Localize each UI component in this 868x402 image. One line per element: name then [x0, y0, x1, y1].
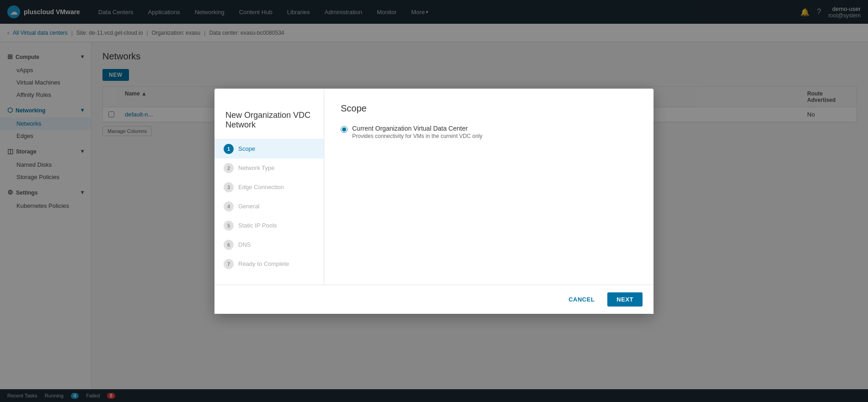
modal-footer: CANCEL NEXT	[214, 285, 654, 314]
scope-radio-current-vdc[interactable]	[341, 126, 348, 133]
step-label-7: Ready to Complete	[238, 260, 289, 267]
wizard-modal: New Organization VDC Network 1 Scope 2 N…	[214, 89, 654, 314]
step-num-6: 6	[224, 240, 234, 250]
step-num-7: 7	[224, 259, 234, 269]
wizard-step-2-network-type[interactable]: 2 Network Type	[214, 159, 324, 178]
wizard-step-7-ready[interactable]: 7 Ready to Complete	[214, 254, 324, 274]
step-num-3: 3	[224, 182, 234, 192]
next-button[interactable]: NEXT	[607, 292, 643, 307]
modal-overlay: New Organization VDC Network 1 Scope 2 N…	[0, 0, 868, 402]
step-num-2: 2	[224, 163, 234, 173]
cancel-button[interactable]: CANCEL	[561, 292, 602, 307]
step-label-2: Network Type	[238, 164, 274, 171]
scope-option-description: Provides connectivity for VMs in the cur…	[352, 133, 482, 139]
step-label-3: Edge Connection	[238, 184, 284, 190]
wizard-content-area: Scope Current Organization Virtual Data …	[324, 89, 654, 285]
step-num-4: 4	[224, 201, 234, 212]
wizard-step-3-edge-connection[interactable]: 3 Edge Connection	[214, 178, 324, 197]
step-label-4: General	[238, 203, 259, 210]
step-num-1: 1	[224, 144, 234, 154]
modal-body: New Organization VDC Network 1 Scope 2 N…	[214, 89, 654, 285]
step-label-6: DNS	[238, 241, 251, 248]
wizard-step-1-scope[interactable]: 1 Scope	[214, 139, 324, 159]
scope-option-current-vdc: Current Organization Virtual Data Center…	[341, 125, 637, 139]
step-label-5: Static IP Pools	[238, 222, 277, 229]
scope-heading: Scope	[341, 103, 637, 114]
scope-option-label[interactable]: Current Organization Virtual Data Center…	[352, 125, 482, 139]
step-label-1: Scope	[238, 145, 255, 152]
modal-title: New Organization VDC Network	[214, 100, 324, 139]
wizard-step-6-dns[interactable]: 6 DNS	[214, 235, 324, 254]
scope-option-title: Current Organization Virtual Data Center	[352, 125, 482, 132]
wizard-step-4-general[interactable]: 4 General	[214, 197, 324, 216]
wizard-step-5-static-ip[interactable]: 5 Static IP Pools	[214, 216, 324, 235]
wizard-sidebar: New Organization VDC Network 1 Scope 2 N…	[214, 89, 324, 285]
step-num-5: 5	[224, 221, 234, 231]
